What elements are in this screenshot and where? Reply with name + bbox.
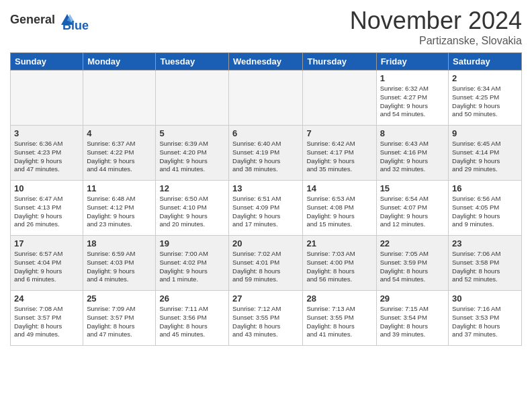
table-row: 15Sunrise: 6:54 AM Sunset: 4:07 PM Dayli… [376,181,448,236]
day-number: 12 [159,183,225,193]
day-number: 19 [159,238,225,248]
day-number: 17 [14,238,79,248]
day-info: Sunrise: 6:53 AM Sunset: 4:08 PM Dayligh… [306,195,372,229]
table-row: 1Sunrise: 6:32 AM Sunset: 4:27 PM Daylig… [376,71,448,126]
col-monday: Monday [83,53,156,71]
day-number: 21 [306,238,372,248]
table-row [156,71,229,126]
table-row: 7Sunrise: 6:42 AM Sunset: 4:17 PM Daylig… [303,126,376,181]
table-row: 24Sunrise: 7:08 AM Sunset: 3:57 PM Dayli… [11,291,83,346]
page-header: General Blue November 2024 Partizanske, … [10,7,522,47]
month-title: November 2024 [350,7,522,35]
table-row [11,71,83,126]
calendar-week-row: 17Sunrise: 6:57 AM Sunset: 4:04 PM Dayli… [11,236,522,291]
day-info: Sunrise: 7:12 AM Sunset: 3:55 PM Dayligh… [232,305,299,339]
day-info: Sunrise: 7:13 AM Sunset: 3:55 PM Dayligh… [306,305,372,339]
day-number: 22 [380,238,445,248]
day-number: 30 [452,293,518,304]
day-info: Sunrise: 7:02 AM Sunset: 4:01 PM Dayligh… [232,250,299,284]
day-info: Sunrise: 7:11 AM Sunset: 3:56 PM Dayligh… [159,305,225,339]
day-number: 9 [452,128,518,138]
day-info: Sunrise: 7:05 AM Sunset: 3:59 PM Dayligh… [380,250,445,284]
table-row: 18Sunrise: 6:59 AM Sunset: 4:03 PM Dayli… [83,236,156,291]
col-friday: Friday [376,53,448,71]
day-info: Sunrise: 7:00 AM Sunset: 4:02 PM Dayligh… [159,250,225,284]
day-info: Sunrise: 7:03 AM Sunset: 4:00 PM Dayligh… [306,250,372,284]
table-row [83,71,156,126]
table-row: 3Sunrise: 6:36 AM Sunset: 4:23 PM Daylig… [11,126,83,181]
page-container: General Blue November 2024 Partizanske, … [0,0,532,353]
logo: General Blue [10,7,89,33]
day-info: Sunrise: 7:15 AM Sunset: 3:54 PM Dayligh… [380,305,445,339]
day-number: 1 [380,73,445,83]
table-row: 9Sunrise: 6:45 AM Sunset: 4:14 PM Daylig… [449,126,522,181]
col-tuesday: Tuesday [156,53,229,71]
day-info: Sunrise: 6:34 AM Sunset: 4:25 PM Dayligh… [452,85,518,119]
day-number: 23 [452,238,518,248]
table-row: 30Sunrise: 7:16 AM Sunset: 3:53 PM Dayli… [449,291,522,346]
table-row: 16Sunrise: 6:56 AM Sunset: 4:05 PM Dayli… [449,181,522,236]
logo-blue: Blue [62,19,89,33]
day-info: Sunrise: 6:32 AM Sunset: 4:27 PM Dayligh… [380,85,445,119]
day-number: 27 [232,293,299,304]
day-info: Sunrise: 6:47 AM Sunset: 4:13 PM Dayligh… [14,195,79,229]
day-number: 5 [159,128,225,138]
day-number: 15 [380,183,445,193]
day-info: Sunrise: 6:59 AM Sunset: 4:03 PM Dayligh… [87,250,152,284]
table-row: 10Sunrise: 6:47 AM Sunset: 4:13 PM Dayli… [11,181,83,236]
table-row: 22Sunrise: 7:05 AM Sunset: 3:59 PM Dayli… [376,236,448,291]
day-info: Sunrise: 7:06 AM Sunset: 3:58 PM Dayligh… [452,250,518,284]
table-row: 21Sunrise: 7:03 AM Sunset: 4:00 PM Dayli… [303,236,376,291]
table-row [303,71,376,126]
table-row: 2Sunrise: 6:34 AM Sunset: 4:25 PM Daylig… [449,71,522,126]
day-info: Sunrise: 6:54 AM Sunset: 4:07 PM Dayligh… [380,195,445,229]
day-number: 11 [87,183,152,193]
day-info: Sunrise: 6:43 AM Sunset: 4:16 PM Dayligh… [380,140,445,174]
day-number: 26 [159,293,225,304]
day-info: Sunrise: 6:57 AM Sunset: 4:04 PM Dayligh… [14,250,79,284]
day-number: 7 [306,128,372,138]
table-row [229,71,303,126]
day-number: 13 [232,183,299,193]
col-wednesday: Wednesday [229,53,303,71]
col-thursday: Thursday [303,53,376,71]
day-info: Sunrise: 6:40 AM Sunset: 4:19 PM Dayligh… [232,140,299,174]
day-info: Sunrise: 6:36 AM Sunset: 4:23 PM Dayligh… [14,140,79,174]
location: Partizanske, Slovakia [350,35,522,47]
logo-text: General Blue [10,7,89,33]
table-row: 19Sunrise: 7:00 AM Sunset: 4:02 PM Dayli… [156,236,229,291]
day-number: 24 [14,293,79,304]
table-row: 23Sunrise: 7:06 AM Sunset: 3:58 PM Dayli… [449,236,522,291]
table-row: 27Sunrise: 7:12 AM Sunset: 3:55 PM Dayli… [229,291,303,346]
col-sunday: Sunday [11,53,83,71]
day-info: Sunrise: 7:16 AM Sunset: 3:53 PM Dayligh… [452,305,518,339]
calendar-week-row: 24Sunrise: 7:08 AM Sunset: 3:57 PM Dayli… [11,291,522,346]
day-number: 16 [452,183,518,193]
day-info: Sunrise: 6:56 AM Sunset: 4:05 PM Dayligh… [452,195,518,229]
day-info: Sunrise: 6:45 AM Sunset: 4:14 PM Dayligh… [452,140,518,174]
day-number: 3 [14,128,79,138]
day-info: Sunrise: 7:09 AM Sunset: 3:57 PM Dayligh… [87,305,152,339]
day-number: 28 [306,293,372,304]
table-row: 17Sunrise: 6:57 AM Sunset: 4:04 PM Dayli… [11,236,83,291]
day-info: Sunrise: 6:51 AM Sunset: 4:09 PM Dayligh… [232,195,299,229]
day-number: 29 [380,293,445,304]
day-number: 2 [452,73,518,83]
day-info: Sunrise: 6:48 AM Sunset: 4:12 PM Dayligh… [87,195,152,229]
day-info: Sunrise: 6:39 AM Sunset: 4:20 PM Dayligh… [159,140,225,174]
day-number: 25 [87,293,152,304]
table-row: 29Sunrise: 7:15 AM Sunset: 3:54 PM Dayli… [376,291,448,346]
day-number: 18 [87,238,152,248]
day-info: Sunrise: 6:37 AM Sunset: 4:22 PM Dayligh… [87,140,152,174]
day-info: Sunrise: 6:50 AM Sunset: 4:10 PM Dayligh… [159,195,225,229]
table-row: 25Sunrise: 7:09 AM Sunset: 3:57 PM Dayli… [83,291,156,346]
day-number: 20 [232,238,299,248]
table-row: 11Sunrise: 6:48 AM Sunset: 4:12 PM Dayli… [83,181,156,236]
day-number: 8 [380,128,445,138]
day-number: 4 [87,128,152,138]
table-row: 5Sunrise: 6:39 AM Sunset: 4:20 PM Daylig… [156,126,229,181]
day-info: Sunrise: 6:42 AM Sunset: 4:17 PM Dayligh… [306,140,372,174]
table-row: 28Sunrise: 7:13 AM Sunset: 3:55 PM Dayli… [303,291,376,346]
table-row: 14Sunrise: 6:53 AM Sunset: 4:08 PM Dayli… [303,181,376,236]
col-saturday: Saturday [449,53,522,71]
